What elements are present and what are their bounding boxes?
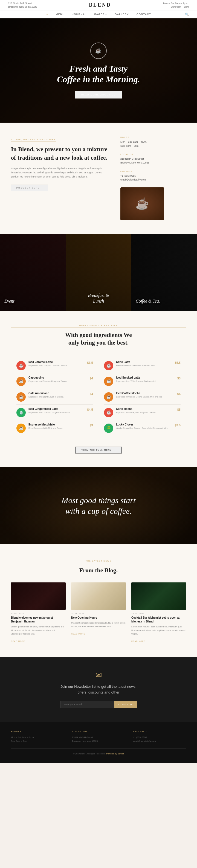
footer-contact-text: +1 (855) 9555email@blendstuffy.com [133, 736, 186, 743]
blog-excerpt-3: Lorem nibh mauris, eget euismod elit. In… [131, 625, 186, 636]
discover-more-button[interactable]: DISCOVER MORE [11, 185, 48, 191]
newsletter-title: Join our Newsletter list to get all the … [57, 684, 140, 695]
blog-date-3: 24.01. 2021 [131, 613, 186, 615]
newsletter-email-input[interactable] [60, 701, 114, 708]
menu-item-caffe-mocha: ☕ Caffe Mocha Espresso with Milk, and Wh… [104, 405, 181, 420]
menu-item-iced-mocha: ☕ Iced Coffee Mocha Espresso Whitened Mo… [104, 389, 181, 405]
menu-item-desc-6: Fresh Brewed Coffee and Steamed Milk [116, 364, 172, 367]
top-bar: 218 North 24th Street Brooklyn, New York… [0, 0, 197, 10]
nav-journal[interactable]: JOURNAL [72, 13, 87, 16]
menu-item-icon-9: ☕ [104, 408, 113, 417]
menu-item-name-4: Iced Gingerbread Latte [29, 407, 84, 410]
search-icon[interactable]: 🔍 [185, 12, 189, 16]
footer-col-hours: HOURS Mon – Sat: 8am – 9p.m.Sun: 9am – 5… [11, 730, 64, 743]
menu-item-desc-4: Espresso, Milk, Ice and Gingerbread Flav… [29, 411, 84, 414]
hero-title: Fresh and TastyCoffee in the Morning. [57, 63, 140, 85]
blog-read-more-3[interactable]: Read More [131, 640, 145, 642]
hours-text: Mon – Sat: 8am – 9p.m.Sun: 9am – 5pm [120, 140, 186, 148]
footer-hours-title: HOURS [11, 730, 64, 733]
menu-item-desc-2: Espresso, and Steamed Layer of Foam [29, 380, 87, 383]
menu-item-name-6: Caffe Latte [116, 361, 172, 364]
quote-section: Most good things startwith a cup of coff… [0, 467, 197, 544]
footer: HOURS Mon – Sat: 8am – 9p.m.Sun: 9am – 5… [0, 722, 197, 763]
hero-section: Fresh and TastyCoffee in the Morning. RE… [0, 19, 197, 123]
nav-menu[interactable]: MENU [56, 13, 65, 16]
coffee-beans-image: ☕ [120, 187, 164, 220]
blog-read-more-2[interactable]: Read More [71, 633, 85, 635]
blog-excerpt-1: Lorem ipsum dolor sit amet, consectetur … [11, 625, 66, 636]
hero-cta-button[interactable]: READ MORE ABOUT US [75, 91, 122, 98]
blog-date-2: 24.01. 2021 [71, 613, 126, 615]
menu-item-price-1: $3.5 [87, 361, 93, 364]
location-label: LOCATION [120, 153, 186, 155]
menu-item-icon-4: 🍵 [16, 408, 26, 417]
blog-card-1: 12.01. 2021 Blend welcomes new mixologis… [11, 582, 66, 643]
footer-col-contact: CONTACT +1 (855) 9555email@blendstuffy.c… [133, 730, 186, 743]
email-text: email@blendstuffy.com [120, 178, 186, 182]
menu-item-desc-5: Rich Espresso With Milk and Foam [29, 427, 87, 430]
menu-item-price-6: $5.5 [175, 361, 181, 364]
menu-item-desc-9: Espresso with Milk, and Whipped Cream [116, 411, 174, 414]
blog-title: From the Blog. [11, 566, 186, 575]
blog-read-more-1[interactable]: Read More [11, 640, 25, 642]
grid-item-event[interactable]: Event [0, 234, 66, 311]
view-full-menu-button[interactable]: VIEW THE FULL MENU [75, 446, 122, 454]
menu-item-macchiato: ☕ Espresso Macchiato Rich Espresso With … [16, 420, 93, 436]
about-tag: A CAFE, INFUSED WITH COFFEE [11, 138, 56, 142]
footer-powered-by-link[interactable]: Powered by Zemez [106, 752, 124, 755]
blog-card-2: 24.01. 2021 New Opening Hours Praesent s… [71, 582, 126, 643]
menu-item-icon-5: ☕ [16, 424, 26, 433]
menu-item-lucky-clover: 🍀 Lucky Clover Vanilla Syrup Sue Cream, … [104, 420, 181, 436]
menu-item-icon-3: ☕ [16, 392, 26, 402]
menu-item-iced-smoked-latte: ☕ Iced Smoked Latte Espresso, Ice. With … [104, 373, 181, 389]
menu-item-price-10: $3.5 [175, 424, 181, 427]
blog-image-3 [131, 582, 186, 610]
nav-pages[interactable]: PAGES ▾ [94, 13, 107, 16]
grid-label-coffee-tea: Coffee & Tea. [136, 299, 193, 304]
hero-badge [90, 42, 107, 59]
menu-item-icon-7: ☕ [104, 377, 113, 386]
menu-item-name-3: Cafe Americano [29, 392, 87, 395]
menu-item-cappuccino: ☕ Cappuccino Espresso, and Steamed Layer… [16, 373, 93, 389]
menu-item-price-4: $4.5 [87, 408, 93, 411]
blog-post-title-1: Blend welcomes new mixologist Benjamin H… [11, 616, 66, 624]
menu-title: With good ingredients Weonly bring you t… [11, 331, 186, 347]
address: 218 North 24th Street Brooklyn, New York… [8, 2, 37, 8]
nav-home[interactable]: ⌂ [46, 12, 48, 16]
phone-text: +1 (855) 9555 [120, 174, 186, 178]
footer-location-text: 218 North 24th StreetBrooklyn, New York … [72, 736, 125, 743]
menu-item-price-8: $4 [177, 392, 181, 396]
grid-item-coffee-tea[interactable]: Coffee & Tea. [131, 234, 197, 311]
menu-item-icon-8: ☕ [104, 392, 113, 402]
blog-image-1 [11, 582, 66, 610]
main-nav: ⌂ MENU JOURNAL PAGES ▾ GALLERY CONTACT 🔍 [0, 10, 197, 19]
menu-item-desc-8: Espresso Whitened Mocha Sauce, Milk and … [116, 395, 174, 398]
menu-item-price-5: $3 [90, 424, 93, 427]
menu-item-name-8: Iced Coffee Mocha [116, 392, 174, 395]
footer-col-location: LOCATION 218 North 24th StreetBrooklyn, … [72, 730, 125, 743]
about-text: Integer vitae turpis quis enim ligula lu… [11, 166, 110, 179]
menu-item-desc-1: Espresso, Milk, Ice and Caramel Sauce [29, 364, 84, 367]
image-grid: Event Breakfast &Lunch Coffee & Tea. [0, 234, 197, 311]
menu-item-icon-10: 🍀 [104, 424, 113, 433]
footer-location-title: LOCATION [72, 730, 125, 733]
site-logo[interactable]: BLEND [89, 2, 111, 8]
nav-gallery[interactable]: GALLERY [115, 13, 129, 16]
blog-post-title-2: New Opening Hours [71, 616, 126, 620]
menu-item-desc-7: Espresso, Ice. With Smoked Butterscotch [116, 380, 174, 383]
nav-contact[interactable]: CONTACT [136, 13, 151, 16]
menu-item-iced-caramel-latte: ☕ Iced Caramel Latte Espresso, Milk, Ice… [16, 358, 93, 373]
blog-excerpt-2: Praesent semper suscipit malesuada. Null… [71, 621, 126, 628]
grid-label-event: Event [4, 299, 61, 304]
menu-item-price-9: $5 [177, 408, 181, 411]
newsletter-subscribe-button[interactable]: SUBSCRIBE [114, 701, 137, 708]
menu-section: GREAT DRINKS & PASTRIES With good ingred… [0, 311, 197, 467]
about-title: In Blend, we present to you a mixture of… [11, 145, 110, 162]
menu-item-name-5: Espresso Macchiato [29, 423, 87, 426]
newsletter-icon: ✉ [11, 671, 186, 680]
menu-item-icon-2: ☕ [16, 377, 26, 386]
menu-item-icon-6: ☕ [104, 361, 113, 370]
blog-image-2 [71, 582, 126, 610]
menu-item-name-10: Lucky Clover [116, 423, 172, 426]
grid-item-breakfast[interactable]: Breakfast &Lunch [66, 234, 131, 311]
